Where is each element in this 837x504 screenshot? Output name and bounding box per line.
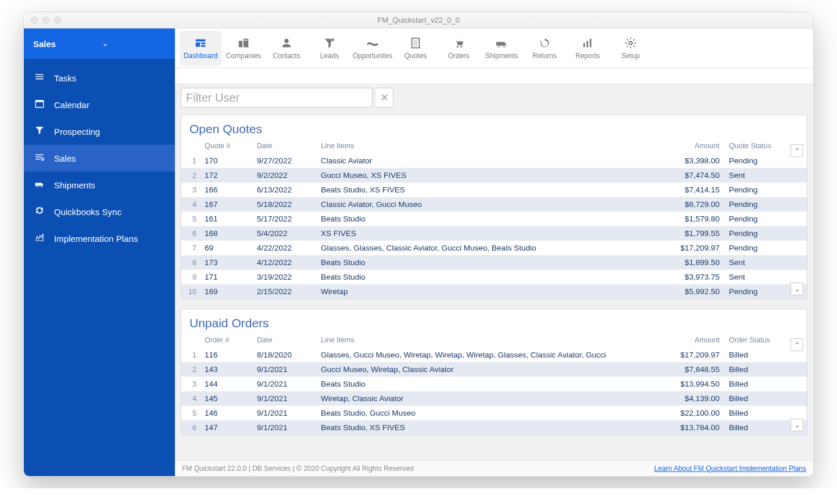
sidebar-item-label: Calendar xyxy=(54,100,90,110)
toolbar-reports[interactable]: Reports xyxy=(567,31,609,66)
col-header: Line Items xyxy=(316,140,666,153)
sidebar-item-label: Sales xyxy=(54,153,76,163)
sidebar-item-calendar[interactable]: Calendar xyxy=(24,91,175,118)
svg-rect-5 xyxy=(35,155,44,156)
toolbar-quotes[interactable]: Quotes xyxy=(395,31,437,66)
table-row[interactable]: 21729/2/2022Gucci Museo, XS FIVES$7,474.… xyxy=(181,168,807,183)
table-row[interactable]: 81734/12/2022Beats Studio$1,899.50Sent xyxy=(181,255,807,270)
footer: FM Quickstart 22.0.0 | DB Services | © 2… xyxy=(175,460,813,476)
footer-link[interactable]: Learn About FM Quickstart Implementation… xyxy=(654,464,806,473)
cell-amount: $13,784.00 xyxy=(666,420,724,435)
table-row[interactable]: 11168/18/2020Glasses, Gucci Museo, Wiret… xyxy=(181,348,807,362)
cell-date: 3/19/2022 xyxy=(252,270,316,284)
cell-amount: $5,992.50 xyxy=(666,284,724,299)
app-window: FM_Quickstart_v22_0_0 Sales ⌄ TasksCalen… xyxy=(23,12,814,477)
toolbar-shipments[interactable]: Shipments xyxy=(481,31,523,66)
toolbar-label: Dashboard xyxy=(184,52,218,60)
scroll-down-button[interactable]: ⌄ xyxy=(791,283,803,295)
filter-box xyxy=(181,88,373,108)
toolbar-label: Returns xyxy=(532,52,557,60)
sidebar-item-shipments[interactable]: Shipments xyxy=(24,171,175,198)
svg-rect-19 xyxy=(245,40,246,41)
cell-status: Pending xyxy=(724,153,788,168)
svg-point-27 xyxy=(457,45,459,47)
row-index: 9 xyxy=(181,270,200,284)
dashboard-icon xyxy=(194,37,208,49)
svg-point-12 xyxy=(41,185,42,187)
cell-amount: $22,100.00 xyxy=(666,406,724,420)
row-index: 10 xyxy=(181,284,200,299)
svg-rect-14 xyxy=(196,42,200,47)
cell-amount: $13,994.50 xyxy=(666,377,724,391)
calendar-icon xyxy=(33,98,46,111)
cell-date: 9/2/2022 xyxy=(252,168,316,183)
cell-number: 146 xyxy=(200,406,252,420)
scroll-down-button[interactable]: ⌄ xyxy=(791,419,803,431)
table-row[interactable]: 91713/19/2022Beats Studio$3,973.75Sent xyxy=(181,270,807,284)
svg-point-35 xyxy=(629,41,632,45)
unpaid-orders-title: Unpaid Orders xyxy=(181,309,807,334)
col-header: Date xyxy=(252,334,316,348)
cell-date: 6/13/2022 xyxy=(252,183,316,197)
sidebar-item-tasks[interactable]: Tasks xyxy=(24,65,175,91)
toolbar-contacts[interactable]: Contacts xyxy=(266,31,307,66)
toolbar-opportunites[interactable]: Opportunites xyxy=(352,31,394,66)
cell-amount: $7,848.55 xyxy=(666,362,724,377)
sidebar-item-quickbooks-sync[interactable]: Quickbooks Sync xyxy=(24,198,175,225)
col-header: Quote # xyxy=(200,140,252,153)
cell-date: 8/18/2020 xyxy=(252,348,316,362)
toolbar-dashboard[interactable]: Dashboard xyxy=(180,31,221,66)
cell-status: Billed xyxy=(724,420,788,435)
toolbar-label: Leads xyxy=(320,52,339,60)
cell-date: 9/27/2022 xyxy=(252,153,316,168)
col-header: Amount xyxy=(666,334,724,348)
svg-rect-0 xyxy=(35,74,44,76)
table-row[interactable]: 31666/13/2022Beats Studio, XS FIVES$7,41… xyxy=(181,183,807,197)
table-row[interactable]: 51469/1/2021Beats Studio, Gucci Museo$22… xyxy=(181,406,807,420)
svg-rect-17 xyxy=(239,41,242,47)
table-row[interactable]: 101692/15/2022Wiretap$5,992.50Pending xyxy=(181,284,807,299)
cell-status: Pending xyxy=(724,284,788,299)
table-row[interactable]: 51615/17/2022Beats Studio$1,579.80Pendin… xyxy=(181,212,807,226)
sales-icon: $ xyxy=(33,152,46,165)
row-index: 6 xyxy=(181,420,200,435)
toolbar-leads[interactable]: Leads xyxy=(309,31,350,66)
filter-clear-button[interactable]: ✕ xyxy=(376,88,394,108)
cell-amount: $1,579.80 xyxy=(666,212,724,226)
sidebar-item-implementation-plans[interactable]: Implementation Plans xyxy=(24,225,175,252)
svg-rect-32 xyxy=(584,43,585,47)
sidebar-item-sales[interactable]: $Sales xyxy=(24,145,175,171)
cell-status: Billed xyxy=(724,348,788,362)
cell-items: Beats Studio xyxy=(316,255,666,270)
table-row[interactable]: 61479/1/2021Beats Studio, XS FIVES$13,78… xyxy=(181,420,807,435)
table-row[interactable]: 41675/18/2022Classic Aviator, Gucci Muse… xyxy=(181,197,807,212)
cell-number: 143 xyxy=(200,362,252,377)
toolbar-companies[interactable]: Companies xyxy=(223,31,264,66)
svg-point-31 xyxy=(503,45,506,47)
table-row[interactable]: 7694/22/2022Glasses, Glasses, Classic Av… xyxy=(181,241,807,255)
sidebar-module-selector[interactable]: Sales ⌄ xyxy=(24,28,175,59)
table-row[interactable]: 31449/1/2021Beats Studio$13,994.50Billed xyxy=(181,377,807,391)
cell-items: Beats Studio, Gucci Museo xyxy=(316,406,666,420)
cell-items: Beats Studio, XS FIVES xyxy=(316,420,666,435)
unpaid-orders-table: Order #DateLine ItemsAmountOrder Status … xyxy=(181,334,807,435)
toolbar-setup[interactable]: Setup xyxy=(610,31,652,66)
table-row[interactable]: 11709/27/2022Classic Aviator$3,398.00Pen… xyxy=(181,153,807,168)
toolbar-label: Opportunites xyxy=(353,52,393,60)
filter-user-input[interactable] xyxy=(186,91,367,105)
footer-text: FM Quickstart 22.0.0 | DB Services | © 2… xyxy=(182,464,414,473)
table-row[interactable]: 21439/1/2021Gucci Museo, Wiretap, Classi… xyxy=(181,362,807,377)
table-row[interactable]: 41459/1/2021Wiretap, Classic Aviator$4,1… xyxy=(181,391,807,406)
plans-icon xyxy=(33,232,46,245)
cell-status: Pending xyxy=(724,241,788,255)
table-row[interactable]: 61685/4/2022XS FIVES$1,799.55Pending xyxy=(181,226,807,241)
scroll-up-button[interactable]: ⌃ xyxy=(791,144,803,157)
sidebar-item-prospecting[interactable]: Prospecting xyxy=(24,118,175,145)
cell-number: 169 xyxy=(200,284,252,299)
toolbar-returns[interactable]: Returns xyxy=(524,31,566,66)
toolbar-orders[interactable]: Orders xyxy=(438,31,480,66)
row-index: 3 xyxy=(181,183,200,197)
cell-amount: $8,729.00 xyxy=(666,197,724,212)
sidebar: Sales ⌄ TasksCalendarProspecting$SalesSh… xyxy=(24,28,175,476)
scroll-up-button[interactable]: ⌃ xyxy=(791,338,803,351)
